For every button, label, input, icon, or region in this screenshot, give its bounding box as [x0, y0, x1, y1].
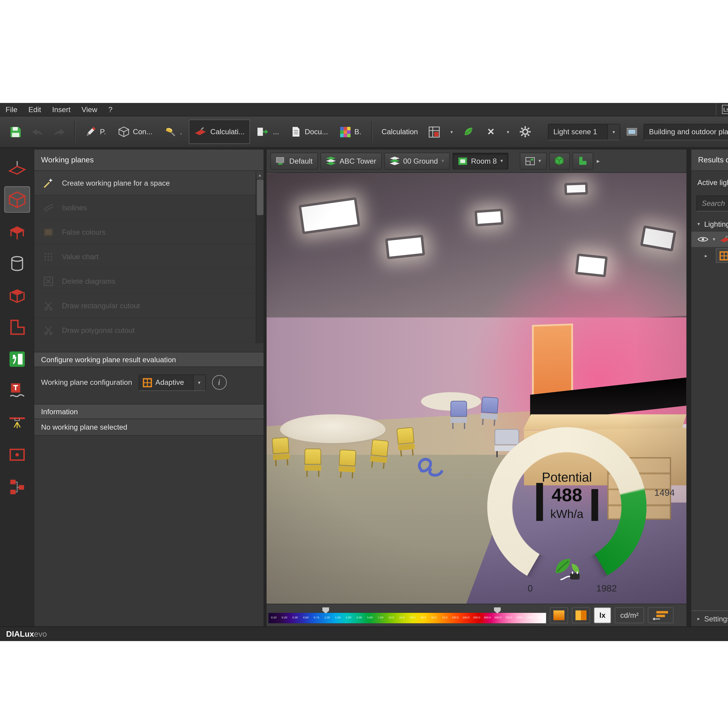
light-mode-button[interactable]: .: [159, 119, 188, 144]
green-l-icon: [578, 156, 587, 165]
cancel-icon: ×: [488, 125, 494, 139]
breadcrumb-storey-button[interactable]: 00 Ground ▾: [384, 152, 450, 170]
falsecolor-style-button-1[interactable]: [550, 607, 568, 623]
tree-expand-icon[interactable]: ▾: [713, 237, 715, 242]
view-plan-button[interactable]: [572, 152, 593, 170]
information-section-header: Information: [34, 404, 263, 419]
pen-tool-button[interactable]: P.: [80, 119, 112, 144]
falsecolor-style-button-2[interactable]: [572, 607, 590, 623]
tree-working-plane-node[interactable]: ▾ Working plane (Room 8): [691, 232, 728, 247]
tree-lighting-calculation[interactable]: ▾ Lighting Calculation: [691, 216, 728, 232]
calculation-surface-icon: [720, 251, 728, 260]
action-list-scrollbar[interactable]: ▲: [255, 171, 263, 343]
working-plane-config-select[interactable]: Adaptive ▾: [138, 374, 206, 391]
documentation-button[interactable]: Docu...: [286, 119, 333, 144]
legend-slider-handle-low[interactable]: [322, 607, 329, 613]
calculation-mode-label: Calculati...: [210, 127, 245, 136]
legend-scale-button[interactable]: [648, 607, 673, 623]
app-logo-main: DIALux: [6, 629, 34, 639]
scissors-icon: [41, 324, 56, 336]
gauge-max: 1982: [596, 583, 617, 593]
legend-value: 1000: [514, 616, 525, 619]
tree-root-label: Lighting Calculation: [704, 220, 728, 228]
floor-plan-icon: [525, 156, 535, 165]
tool-calculation-objects[interactable]: [4, 187, 30, 213]
unit-lx-button[interactable]: lx: [594, 607, 611, 623]
settings-expander[interactable]: ▸ Settings: [691, 610, 728, 626]
info-button[interactable]: i: [212, 375, 226, 390]
colours-button[interactable]: B.: [335, 119, 367, 144]
room-icon: [457, 156, 467, 165]
light-scene-dropdown-button[interactable]: ▾: [607, 124, 619, 139]
tool-text[interactable]: [4, 378, 30, 404]
scrollbar-thumb[interactable]: [257, 179, 263, 215]
export-button[interactable]: ...: [251, 119, 284, 144]
menu-edit[interactable]: Edit: [23, 103, 47, 116]
menu-view[interactable]: View: [76, 103, 103, 116]
energy-evaluation-button[interactable]: [458, 119, 479, 144]
tree-expand-icon[interactable]: ▸: [705, 253, 707, 258]
legend-value: 5.00: [365, 616, 375, 619]
building-select[interactable]: Building and outdoor pla... ▾: [644, 124, 728, 140]
view-3d-button[interactable]: [549, 152, 570, 170]
menu-insert[interactable]: Insert: [47, 103, 76, 116]
calculation-dropdown-button[interactable]: ▾: [446, 119, 457, 144]
breadcrumb-default-label: Default: [289, 156, 313, 165]
room-render-3d[interactable]: Potential 488 kWh/a 0 1982 1494: [266, 173, 686, 604]
cancel-dropdown-button[interactable]: ▾: [502, 119, 514, 144]
start-calculation-button[interactable]: [424, 119, 445, 144]
tool-room-box[interactable]: [4, 282, 30, 308]
info-icon: i: [218, 378, 220, 387]
configure-section-header: Configure working plane result evaluatio…: [34, 352, 263, 367]
construction-mode-label: Con...: [133, 127, 153, 136]
settings-expand-icon: ▸: [697, 616, 700, 621]
legend-value: 0.75: [311, 616, 322, 619]
lightshift-button[interactable]: Ls Lightshift: [716, 103, 728, 116]
legend-value: 500.0: [493, 616, 503, 619]
scrollbar-up-button[interactable]: ▲: [256, 171, 263, 179]
save-button[interactable]: [5, 119, 26, 144]
tool-furniture-surface[interactable]: [4, 218, 30, 245]
tool-working-plane[interactable]: [4, 154, 30, 181]
undo-icon: [31, 127, 44, 136]
tool-scene-structure[interactable]: [4, 473, 30, 500]
menu-help[interactable]: ?: [103, 103, 118, 116]
calculation-settings-button[interactable]: [515, 119, 535, 144]
breadcrumb-building-button[interactable]: ABC Tower: [321, 152, 382, 170]
topbar-more-button[interactable]: ▸: [596, 158, 600, 164]
tool-ceiling-luminaire[interactable]: [4, 410, 30, 436]
visibility-eye-icon[interactable]: [697, 236, 708, 243]
calculation-mode-button[interactable]: Calculati...: [189, 119, 250, 144]
isolines-icon: [41, 202, 56, 213]
legend-value: 15.0: [397, 616, 407, 619]
tree-result-value-row[interactable]: ▸ 2076 lx 0.036: [691, 247, 728, 264]
tool-calculation-point[interactable]: [4, 441, 30, 468]
unit-cdm2-label: cd/m²: [620, 611, 639, 620]
breadcrumb-room-button[interactable]: Room 8 ▾: [452, 152, 508, 170]
cancel-calculation-button[interactable]: ×: [480, 119, 501, 144]
unit-cdm2-button[interactable]: cd/m²: [615, 607, 644, 623]
falsecolor-strip[interactable]: 0.100.200.300.500.751.001.502.003.005.00…: [269, 613, 546, 623]
active-light-scene-row: Active light scene: Light scene 1: [691, 173, 728, 192]
construction-mode-button[interactable]: Con...: [113, 119, 158, 144]
light-scene-select[interactable]: Light scene 1 ▾: [548, 124, 620, 140]
working-planes-title: Working planes: [41, 156, 94, 164]
legend-slider-handle-high[interactable]: [494, 607, 501, 613]
breadcrumb-default-button[interactable]: Default: [270, 152, 318, 170]
chevron-down-icon: ▾: [198, 380, 200, 385]
view-mode-button[interactable]: ▾: [520, 152, 546, 170]
menu-file[interactable]: File: [0, 103, 23, 116]
tool-escape-route[interactable]: [4, 346, 30, 372]
tool-column[interactable]: [4, 250, 30, 276]
tree-expand-icon[interactable]: ▾: [697, 221, 700, 227]
light-scene-image-button[interactable]: [621, 119, 642, 144]
legend-value: 150.0: [461, 616, 471, 619]
tool-building-outline[interactable]: [4, 314, 30, 340]
search-box: [696, 196, 728, 211]
box-icon: [8, 286, 26, 304]
config-dropdown-button[interactable]: ▾: [193, 375, 205, 390]
create-working-plane-button[interactable]: Create working plane for a space: [34, 171, 263, 196]
search-input[interactable]: [697, 196, 728, 211]
light-mode-label: .: [180, 127, 182, 136]
building-select-value: Building and outdoor pla...: [649, 127, 728, 136]
